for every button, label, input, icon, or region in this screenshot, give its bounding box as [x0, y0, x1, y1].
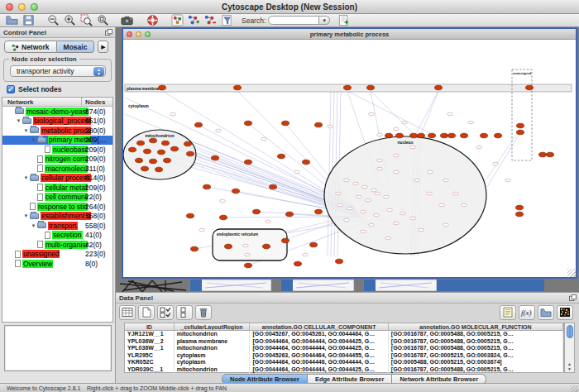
tree-row[interactable]: ▼transport558(0)	[2, 221, 112, 231]
window-resize-grip[interactable]	[571, 385, 578, 392]
disclosure-triangle-icon[interactable]: ▼	[30, 223, 37, 228]
table-row[interactable]: YPL036W__1mitochondrion[GO:0044464, GO:0…	[125, 345, 563, 352]
search-dropdown-icon[interactable]: ▼	[319, 16, 330, 25]
table-column-header[interactable]: annotation.GO MOLECULAR_FUNCTION	[389, 323, 563, 330]
disclosure-triangle-icon[interactable]: ▼	[30, 137, 37, 142]
unselect-attributes-icon[interactable]	[176, 305, 193, 320]
edit-edges-icon[interactable]	[202, 14, 218, 26]
tree-row[interactable]: ▼unassigned223(0)	[2, 250, 112, 260]
function-builder-icon[interactable]: f(x)	[519, 305, 535, 320]
open-icon[interactable]	[3, 14, 20, 26]
node-color-dropdown[interactable]: transporter activity ▲▼	[10, 65, 106, 77]
birds-eye-view[interactable]	[4, 325, 112, 371]
new-attribute-icon[interactable]	[138, 305, 155, 320]
float-panel-icon[interactable]	[569, 294, 577, 301]
save-icon[interactable]	[20, 14, 36, 26]
table-row[interactable]: YPL036W__2plasma membrane[GO:0044464, GO…	[125, 338, 563, 346]
disclosure-triangle-icon[interactable]: ▼	[22, 128, 30, 133]
tree-row[interactable]: ▼cell communicat22(0)	[2, 193, 112, 203]
tree-row[interactable]: ▼metabolic process280(0)	[2, 126, 112, 136]
select-nodes-checkbox[interactable]: ✓	[7, 85, 15, 93]
table-row[interactable]: YKR052Ccytoplasm[GO:0044464, GO:0044446,…	[125, 359, 563, 366]
float-panel-icon[interactable]	[105, 29, 112, 36]
help-icon[interactable]	[144, 14, 160, 26]
folder-icon	[30, 213, 39, 219]
network-canvas[interactable]: plasma membranecytoplasmmitochondrionnuc…	[123, 40, 576, 277]
filter-icon[interactable]	[218, 14, 235, 26]
table-row[interactable]: YJR121W__1mitochondrion[GO:0045267, GO:0…	[125, 331, 563, 338]
tree-row[interactable]: ▼nucleobase-209(0)	[2, 145, 112, 155]
tab-label: Network Attribute Browser	[400, 375, 478, 383]
tree-row-count: 22(0)	[85, 193, 102, 201]
attribute-table-header: ID_cellularLayoutRegionannotation.GO CEL…	[125, 323, 563, 331]
heatmap-icon[interactable]	[557, 305, 573, 320]
table-column-header[interactable]: ID	[125, 323, 175, 330]
file-icon	[30, 203, 36, 210]
tree-row-label: unassigned	[22, 250, 60, 258]
scrollbar-arrows-icon[interactable]: ▲▼	[565, 361, 574, 371]
tree-row[interactable]: ▼macromolecule311(0)	[2, 164, 112, 174]
tree-row[interactable]: ▼nitrogen compo209(0)	[2, 155, 112, 165]
disclosure-triangle-icon[interactable]: ▼	[15, 118, 22, 123]
folder-icon	[37, 137, 46, 143]
tab-overflow-icon[interactable]: ▶	[98, 41, 108, 53]
network-desktop: primary metabolic process plasma membran…	[116, 27, 579, 292]
tree-col-network: Network	[7, 98, 34, 106]
zoom-selected-icon[interactable]	[78, 14, 94, 26]
tree-row-count: 264(0)	[85, 203, 106, 211]
attribute-table[interactable]: ID_cellularLayoutRegionannotation.GO CEL…	[124, 323, 564, 373]
scrollbar-thumb[interactable]	[567, 325, 573, 338]
table-cell: [GO:0045267, GO:0045261, GO:0044464, G…	[250, 331, 388, 338]
zoom-in-icon[interactable]	[61, 14, 78, 26]
tree-row[interactable]: ▼primary metabo209(…	[2, 136, 112, 146]
tree-row[interactable]: ▼secretion41(0)	[2, 231, 112, 241]
table-grid-icon[interactable]	[119, 305, 136, 320]
zoom-out-icon[interactable]	[45, 14, 61, 26]
table-cell: [GO:0044464, GO:0044444, GO:0044425, G…	[250, 345, 388, 352]
snapshot-icon[interactable]	[119, 14, 136, 26]
tree-row[interactable]: ▼establishment of lo558(0)	[2, 212, 112, 222]
folder-icon	[30, 127, 39, 133]
tree-row[interactable]: ▼mosaic-demo-yeast874(0)	[2, 107, 112, 117]
file-icon	[37, 155, 43, 163]
edit-nodes-icon[interactable]	[185, 14, 202, 26]
tree-col-nodes: Nodes	[85, 98, 105, 106]
tab-network[interactable]: Network	[4, 41, 57, 53]
network-tab-icon	[12, 44, 19, 51]
disclosure-triangle-icon[interactable]: ▼	[22, 175, 30, 180]
table-cell: [GO:0044464, GO:0044444, GO:0044425, G…	[250, 338, 388, 346]
notes-icon[interactable]	[500, 305, 516, 320]
tree-row[interactable]: ▼response to stimulu264(0)	[2, 202, 112, 212]
data-panel-toolbar: f(x)	[116, 303, 579, 322]
status-zoom-hint: Right-click + drag to ZOOM	[87, 385, 157, 391]
table-row[interactable]: YDR039C__1mitochondrion[GO:0044464, GO:0…	[125, 366, 563, 374]
vizmapper-icon[interactable]	[169, 14, 185, 26]
delete-attribute-icon[interactable]	[195, 305, 212, 320]
tree-row[interactable]: ▼multi-organism pro42(0)	[2, 240, 112, 250]
table-cell: cytoplasm	[175, 352, 251, 360]
tree-row-label: biological_process	[33, 117, 91, 125]
tree-row[interactable]: ▼cellular metabo209(0)	[2, 183, 112, 193]
tree-row[interactable]: ▼cellular process614(0)	[2, 174, 112, 184]
control-panel: Control Panel Network Mosaic ▶ Node colo…	[0, 27, 116, 383]
table-scrollbar[interactable]: ▲▼	[564, 323, 575, 373]
tab-mosaic[interactable]: Mosaic	[57, 41, 95, 53]
table-column-header[interactable]: annotation.GO CELLULAR_COMPONENT	[250, 323, 388, 330]
select-attributes-icon[interactable]	[157, 305, 174, 320]
minimized-windows-strip[interactable]	[116, 279, 579, 292]
tree-row-label: multi-organism pro	[45, 241, 88, 249]
import-attributes-icon[interactable]	[538, 305, 554, 320]
tree-row[interactable]: ▼Overview8(0)	[2, 259, 112, 269]
file-icon	[15, 251, 21, 258]
disclosure-triangle-icon[interactable]: ▼	[22, 213, 30, 218]
table-row[interactable]: YLR295Ccytoplasm[GO:0045263, GO:0044464,…	[125, 352, 563, 360]
tree-row[interactable]: ▼biological_process651(0)	[2, 117, 112, 127]
table-column-header[interactable]: _cellularLayoutRegion	[175, 323, 251, 330]
annotation-icon[interactable]	[335, 14, 352, 26]
window-resize-grip[interactable]	[567, 269, 576, 277]
search-input[interactable]	[268, 16, 319, 25]
zoom-fit-icon[interactable]	[94, 14, 111, 26]
table-cell: YDR039C__1	[125, 366, 175, 374]
network-window[interactable]: primary metabolic process plasma membran…	[122, 27, 577, 279]
cytoscape-desktop: { "window": { "title": "Cytoscape Deskto…	[0, 0, 579, 392]
